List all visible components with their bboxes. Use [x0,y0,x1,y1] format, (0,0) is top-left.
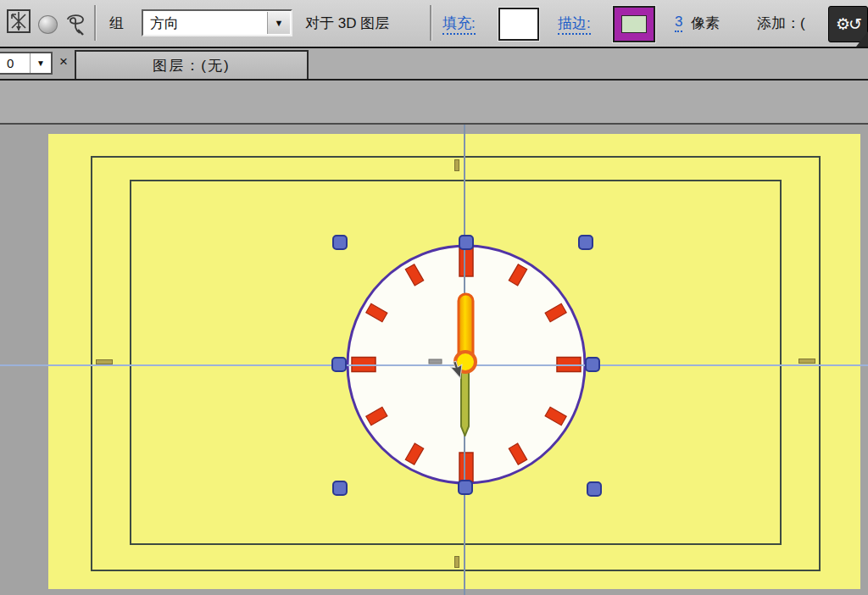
pixels-label: 像素 [691,14,720,33]
layer-tab[interactable]: 图层：(无) [75,50,309,79]
stroke-swatch-inner [621,15,647,33]
group-label: 组 [109,14,124,33]
lasso-icon[interactable] [63,9,88,36]
selection-handle-top-right[interactable] [578,235,593,250]
3d-rotation-sphere-icon[interactable] [38,15,58,34]
chevron-down-icon[interactable]: ▼ [267,12,290,34]
stroke-color-swatch[interactable] [613,6,655,42]
horizontal-guide[interactable] [0,364,868,366]
layer-tab-label: 图层：(无) [153,56,230,75]
selection-handle-bottom-center[interactable] [458,480,473,495]
zoom-level-dropdown[interactable]: 0 ▼ [0,52,53,75]
free-transform-icon[interactable] [6,8,31,34]
for-3d-layer-label: 对于 3D 图层 [305,14,389,33]
stroke-link[interactable]: 描边: [558,14,591,35]
selection-handle-bottom-left[interactable] [332,481,348,496]
toolbar-separator [430,5,432,41]
stroke-width-value[interactable]: 3 [675,14,682,32]
document-header-band [0,81,868,125]
options-toolbar: 组 方向 ▼ 对于 3D 图层 填充: 描边: 3 像素 添加：( ⚙↺ [0,0,868,48]
center-mark-bottom [454,556,459,568]
center-mark-top [454,159,459,171]
selection-handle-middle-right[interactable] [585,357,600,372]
zoom-value: 0 [0,56,30,70]
fill-link[interactable]: 填充: [442,14,476,35]
chevron-down-icon[interactable]: ▼ [30,53,51,73]
selection-handle-middle-left[interactable] [331,357,347,372]
selection-handle-top-center[interactable] [459,235,474,250]
document-tab-bar: 0 ▼ × 图层：(无) [0,48,868,81]
close-icon[interactable]: × [59,53,68,70]
toolbar-separator [94,5,97,41]
center-mark-right [798,359,815,364]
direction-dropdown[interactable]: 方向 ▼ [142,9,292,36]
toolbar-corner-wedge [856,31,868,47]
add-label: 添加：( [757,14,805,33]
direction-value: 方向 [150,14,179,33]
selection-handle-top-left[interactable] [332,235,348,250]
vertical-guide[interactable] [464,125,465,595]
fill-color-swatch[interactable] [498,8,539,41]
inner-border-rectangle [130,180,782,545]
selection-handle-bottom-right[interactable] [587,481,602,497]
